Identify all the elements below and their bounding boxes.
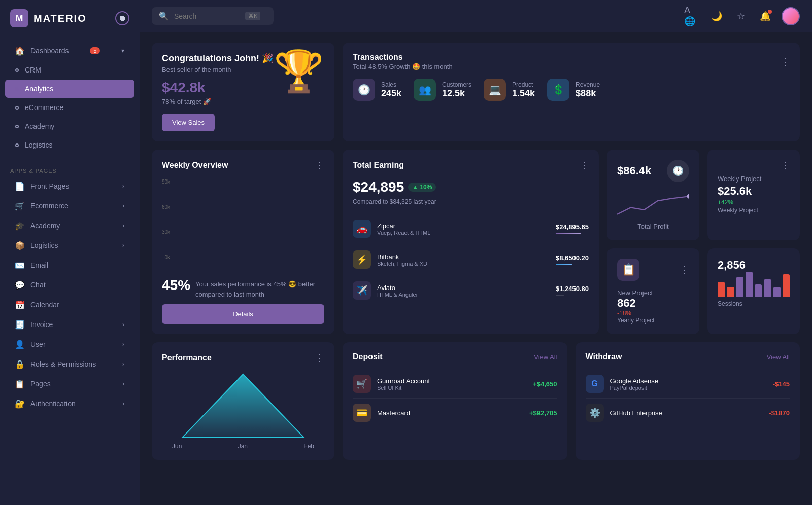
product-icon: 💻 bbox=[484, 79, 506, 101]
perf-desc: Your sales performance is 45% 😎 better c… bbox=[195, 277, 324, 299]
chevron-right-icon: › bbox=[122, 202, 124, 209]
sessions-bars bbox=[718, 272, 790, 297]
sidebar-item-pages[interactable]: 📋 Pages › bbox=[5, 374, 134, 393]
profit-menu[interactable]: ⋮ bbox=[718, 160, 790, 171]
perf-pct: 45% bbox=[162, 277, 190, 294]
dot-icon bbox=[15, 87, 19, 91]
sidebar-item-crm[interactable]: CRM bbox=[5, 61, 134, 79]
google-details: Google Adsense PayPal deposit bbox=[610, 377, 658, 391]
chevron-right-icon: › bbox=[122, 321, 124, 328]
sidebar-item-email[interactable]: ✉️ Email bbox=[5, 256, 134, 275]
weekly-chart: 90k 60k 30k 0k bbox=[162, 179, 324, 272]
chevron-right-icon: › bbox=[122, 360, 124, 368]
sidebar-item-label: Analytics bbox=[25, 85, 53, 93]
chevron-right-icon: › bbox=[122, 183, 124, 190]
notification-icon[interactable]: 🔔 bbox=[757, 8, 773, 24]
row-2: Weekly Overview ⋮ 90k 60k 30k 0k 45% bbox=[152, 150, 800, 334]
details-button[interactable]: Details bbox=[162, 304, 324, 324]
sidebar-item-ecommerce-app[interactable]: 🛒 Ecommerce › bbox=[5, 196, 134, 215]
notification-badge bbox=[768, 10, 772, 14]
profit-details-card: ⋮ Weekly Project $25.6k +42% Weekly Proj… bbox=[707, 150, 800, 240]
sidebar-item-roles[interactable]: 🔒 Roles & Permissions › bbox=[5, 354, 134, 374]
sidebar-item-calendar[interactable]: 📅 Calendar bbox=[5, 295, 134, 314]
sidebar-item-logistics[interactable]: Logistics bbox=[5, 136, 134, 154]
sessions-label: Sessions bbox=[718, 300, 790, 307]
google-amount: -$145 bbox=[773, 380, 790, 388]
trophy-icon: 🏆 bbox=[274, 48, 324, 95]
chevron-right-icon: › bbox=[122, 242, 124, 249]
session-bar-6 bbox=[773, 287, 781, 297]
weekly-title: Weekly Overview bbox=[162, 161, 228, 170]
np-change: -18% bbox=[617, 310, 689, 317]
file-icon: 📄 bbox=[15, 182, 24, 191]
weekly-project-label: Weekly Project bbox=[718, 175, 790, 183]
sidebar-item-logistics-app[interactable]: 📦 Logistics › bbox=[5, 236, 134, 255]
sidebar-item-front-pages[interactable]: 📄 Front Pages › bbox=[5, 176, 134, 196]
deposit-title: Deposit bbox=[353, 352, 383, 362]
record-icon[interactable]: ⏺ bbox=[115, 11, 129, 25]
performance-menu[interactable]: ⋮ bbox=[315, 352, 324, 364]
view-sales-button[interactable]: View Sales bbox=[162, 114, 215, 131]
earning-item-bitbank: ⚡ Bitbank Sketch, Figma & XD $8,6500.20 bbox=[353, 244, 589, 275]
transactions-card: Transactions Total 48.5% Growth 🤩 this m… bbox=[343, 43, 800, 141]
zipcar-details: Zipcar Vuejs, React & HTML bbox=[377, 222, 430, 236]
session-bar-4 bbox=[755, 284, 762, 297]
home-icon: 🏠 bbox=[15, 46, 24, 55]
sidebar-item-dashboards[interactable]: 🏠 Dashboards 5 ▾ bbox=[5, 41, 134, 60]
sidebar-item-label: eCommerce bbox=[25, 103, 63, 112]
sidebar-item-auth[interactable]: 🔐 Authentication › bbox=[5, 394, 134, 413]
sidebar-item-label: Authentication bbox=[30, 400, 76, 408]
chevron-right-icon: › bbox=[122, 341, 124, 348]
aviato-icon: ✈️ bbox=[353, 281, 371, 300]
sidebar-item-invoice[interactable]: 🧾 Invoice › bbox=[5, 315, 134, 334]
logo-area: M MATERIO ⏺ bbox=[0, 0, 140, 37]
earning-menu[interactable]: ⋮ bbox=[580, 160, 589, 171]
star-icon[interactable]: ☆ bbox=[733, 8, 749, 24]
graduation-icon: 🎓 bbox=[15, 221, 24, 230]
darkmode-icon[interactable]: 🌙 bbox=[708, 8, 725, 24]
np-menu[interactable]: ⋮ bbox=[680, 264, 689, 275]
bar-chart bbox=[175, 187, 207, 268]
sidebar-item-label: Invoice bbox=[30, 320, 53, 329]
search-shortcut: ⌘K bbox=[245, 12, 260, 20]
perf-label-jan: Jan bbox=[238, 443, 248, 450]
sessions-amount: 2,856 bbox=[718, 259, 790, 272]
session-bar-0 bbox=[718, 282, 725, 297]
congrats-target: 78% of target 🚀 bbox=[162, 98, 324, 105]
search-box[interactable]: 🔍 ⌘K bbox=[152, 7, 274, 25]
sidebar-item-user[interactable]: 👤 User › bbox=[5, 335, 134, 354]
avatar[interactable] bbox=[782, 7, 800, 25]
new-project-card: 📋 ⋮ New Project 862 -18% Yearly Project bbox=[607, 248, 699, 334]
translate-icon[interactable]: A🌐 bbox=[684, 8, 700, 24]
stat-value: 12.5k bbox=[442, 88, 471, 99]
sidebar-item-academy-app[interactable]: 🎓 Academy › bbox=[5, 216, 134, 235]
sidebar-item-ecommerce[interactable]: eCommerce bbox=[5, 98, 134, 117]
performance-header: Performance ⋮ bbox=[162, 352, 324, 364]
chevron-right-icon: › bbox=[122, 222, 124, 229]
earning-card: Total Earning ⋮ $24,895 ▲ 10% Compared t… bbox=[343, 150, 599, 334]
deposit-view-all[interactable]: View All bbox=[534, 353, 557, 361]
section-label: APPS & PAGES bbox=[0, 163, 140, 176]
gumroad-details: Gumroad Account Sell UI Kit bbox=[377, 377, 430, 391]
search-input[interactable] bbox=[174, 12, 240, 20]
aviato-bar bbox=[556, 295, 564, 296]
perf-chart-svg bbox=[162, 372, 324, 443]
perf-label-jun: Jun bbox=[172, 443, 182, 450]
sidebar-item-analytics[interactable]: Analytics bbox=[5, 80, 134, 98]
profit-line-chart bbox=[617, 190, 689, 221]
sidebar-item-academy[interactable]: Academy bbox=[5, 117, 134, 135]
withdraw-view-all[interactable]: View All bbox=[767, 353, 790, 361]
session-bar-3 bbox=[746, 272, 753, 297]
sidebar-item-label: Pages bbox=[30, 380, 51, 388]
profit-amount-area: $86.4k bbox=[617, 164, 651, 177]
sidebar-item-chat[interactable]: 💬 Chat bbox=[5, 275, 134, 295]
aviato-details: Aviato HTML & Anguler bbox=[377, 284, 418, 298]
search-icon: 🔍 bbox=[159, 11, 169, 21]
profit-big-amount: $86.4k bbox=[617, 164, 651, 177]
stat-product: 💻 Product 1.54k bbox=[484, 79, 535, 101]
sidebar-item-label: User bbox=[30, 340, 46, 348]
sidebar-item-label: Chat bbox=[30, 281, 46, 289]
profit-row: $86.4k 🕐 Total Profit ⋮ bbox=[607, 150, 800, 240]
weekly-menu[interactable]: ⋮ bbox=[315, 160, 324, 171]
transactions-menu[interactable]: ⋮ bbox=[781, 56, 790, 67]
